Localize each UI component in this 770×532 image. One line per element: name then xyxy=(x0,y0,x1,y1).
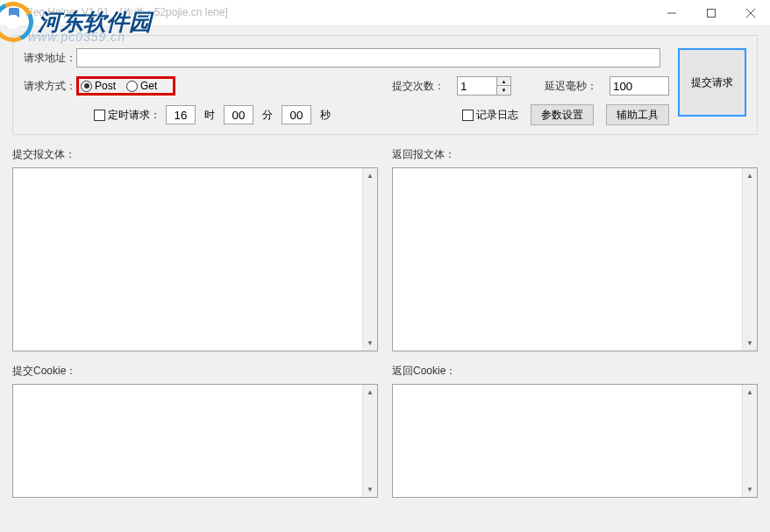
spinner-down-icon[interactable]: ▼ xyxy=(497,86,510,95)
return-cookie-label: 返回Cookie： xyxy=(392,364,758,379)
window-title: Req Helper V1.01 [作者：52pojie.cn lene] xyxy=(25,5,228,20)
timed-checkbox-box xyxy=(94,110,105,121)
scroll-up-icon[interactable]: ▲ xyxy=(743,168,757,183)
radio-post-label: Post xyxy=(95,80,116,92)
scroll-down-icon[interactable]: ▼ xyxy=(743,336,757,351)
scroll-down-icon[interactable]: ▼ xyxy=(363,336,377,351)
submit-count-label: 提交次数： xyxy=(392,79,445,94)
svg-rect-2 xyxy=(707,10,715,18)
return-body-label: 返回报文体： xyxy=(392,147,758,162)
submit-request-button[interactable]: 提交请求 xyxy=(678,48,746,117)
minimize-button[interactable] xyxy=(652,0,691,26)
method-label: 请求方式： xyxy=(24,79,76,94)
maximize-button[interactable] xyxy=(691,0,731,26)
titlebar: Req Helper V1.01 [作者：52pojie.cn lene] xyxy=(0,0,770,26)
submit-cookie-textarea[interactable]: ▲ ▼ xyxy=(12,384,378,498)
spinner-up-icon[interactable]: ▲ xyxy=(497,77,510,86)
return-cookie-textarea[interactable]: ▲ ▼ xyxy=(392,384,758,498)
log-checkbox[interactable]: 记录日志 xyxy=(462,108,518,123)
submit-body-textarea[interactable]: ▲ ▼ xyxy=(12,167,378,351)
aux-tools-button[interactable]: 辅助工具 xyxy=(606,104,669,125)
return-body-textarea[interactable]: ▲ ▼ xyxy=(392,167,758,351)
log-checkbox-box xyxy=(462,110,474,121)
submit-count-input[interactable] xyxy=(458,77,496,95)
delay-label: 延迟毫秒： xyxy=(545,79,597,94)
url-label: 请求地址： xyxy=(24,51,76,66)
scroll-down-icon[interactable]: ▼ xyxy=(363,482,377,497)
hour-label: 时 xyxy=(204,108,215,123)
scrollbar[interactable]: ▲ ▼ xyxy=(742,385,757,497)
submit-cookie-label: 提交Cookie： xyxy=(12,364,378,379)
log-label: 记录日志 xyxy=(476,108,518,123)
method-highlight-box: Post Get xyxy=(76,76,175,96)
submit-label: 提交请求 xyxy=(691,75,733,90)
scrollbar[interactable]: ▲ ▼ xyxy=(362,385,377,497)
scroll-up-icon[interactable]: ▲ xyxy=(363,385,377,400)
minute-input[interactable] xyxy=(224,105,253,124)
second-input[interactable] xyxy=(282,105,311,124)
param-settings-button[interactable]: 参数设置 xyxy=(531,104,594,125)
radio-post[interactable]: Post xyxy=(81,80,116,92)
close-button[interactable] xyxy=(731,0,770,26)
scroll-up-icon[interactable]: ▲ xyxy=(743,385,757,400)
submit-body-label: 提交报文体： xyxy=(12,147,378,162)
app-icon xyxy=(7,6,21,20)
url-input[interactable] xyxy=(76,48,660,67)
minute-label: 分 xyxy=(262,108,273,123)
radio-get-label: Get xyxy=(140,80,157,92)
radio-post-indicator xyxy=(81,81,92,92)
second-label: 秒 xyxy=(320,108,331,123)
scrollbar[interactable]: ▲ ▼ xyxy=(362,168,377,351)
delay-input[interactable] xyxy=(610,76,669,96)
scroll-down-icon[interactable]: ▼ xyxy=(743,482,757,497)
hour-input[interactable] xyxy=(166,105,196,124)
request-settings-group: 请求地址： 请求方式： Post Get xyxy=(12,35,758,135)
submit-count-spinner[interactable]: ▲ ▼ xyxy=(457,76,511,96)
svg-rect-0 xyxy=(9,8,19,18)
timed-request-checkbox[interactable]: 定时请求： xyxy=(94,108,160,123)
scroll-up-icon[interactable]: ▲ xyxy=(363,168,377,183)
radio-get-indicator xyxy=(126,81,138,92)
timed-label: 定时请求： xyxy=(108,108,160,123)
window-controls xyxy=(652,0,770,26)
radio-get[interactable]: Get xyxy=(126,80,157,92)
scrollbar[interactable]: ▲ ▼ xyxy=(742,168,757,351)
